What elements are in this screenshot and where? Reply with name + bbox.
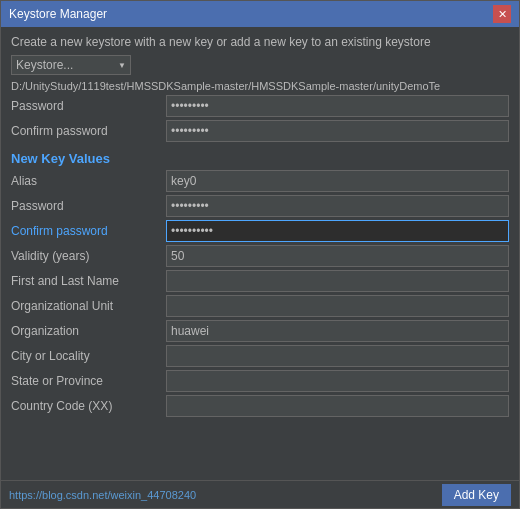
close-button[interactable]: ✕ [493, 5, 511, 23]
dialog-footer: https://blog.csdn.net/weixin_44708240 Ad… [1, 480, 519, 508]
keystore-path-row: D:/UnityStudy/1119test/HMSSDKSample-mast… [11, 80, 509, 92]
country-row: Country Code (XX) [11, 395, 509, 417]
footer-link[interactable]: https://blog.csdn.net/weixin_44708240 [9, 489, 196, 501]
name-label: First and Last Name [11, 274, 166, 288]
key-confirm-password-row: Confirm password [11, 220, 509, 242]
confirm-password-row: Confirm password [11, 120, 509, 142]
org-unit-input[interactable] [166, 295, 509, 317]
state-row: State or Province [11, 370, 509, 392]
keystore-row: Keystore... ▼ [11, 55, 509, 75]
key-password-row: Password [11, 195, 509, 217]
description-text: Create a new keystore with a new key or … [11, 35, 509, 49]
validity-label: Validity (years) [11, 249, 166, 263]
org-input[interactable] [166, 320, 509, 342]
add-key-button[interactable]: Add Key [442, 484, 511, 506]
state-label: State or Province [11, 374, 166, 388]
keystore-dropdown[interactable]: Keystore... ▼ [11, 55, 131, 75]
locality-row: City or Locality [11, 345, 509, 367]
state-input[interactable] [166, 370, 509, 392]
dialog-title: Keystore Manager [9, 7, 107, 21]
org-label: Organization [11, 324, 166, 338]
country-input[interactable] [166, 395, 509, 417]
org-unit-label: Organizational Unit [11, 299, 166, 313]
key-confirm-password-label: Confirm password [11, 224, 166, 238]
alias-input[interactable] [166, 170, 509, 192]
dialog-content: Create a new keystore with a new key or … [1, 27, 519, 480]
name-row: First and Last Name [11, 270, 509, 292]
title-bar: Keystore Manager ✕ [1, 1, 519, 27]
key-fields-container: Alias Password Confirm password Validity… [11, 170, 509, 480]
password-input[interactable] [166, 95, 509, 117]
new-key-values-header: New Key Values [11, 151, 509, 166]
locality-input[interactable] [166, 345, 509, 367]
key-password-label: Password [11, 199, 166, 213]
keystore-path: D:/UnityStudy/1119test/HMSSDKSample-mast… [11, 80, 509, 92]
confirm-password-label: Confirm password [11, 124, 166, 138]
locality-label: City or Locality [11, 349, 166, 363]
confirm-password-input[interactable] [166, 120, 509, 142]
name-input[interactable] [166, 270, 509, 292]
chevron-down-icon: ▼ [118, 61, 126, 70]
keystore-manager-dialog: Keystore Manager ✕ Create a new keystore… [0, 0, 520, 509]
validity-row: Validity (years) [11, 245, 509, 267]
key-confirm-password-input[interactable] [166, 220, 509, 242]
country-label: Country Code (XX) [11, 399, 166, 413]
alias-row: Alias [11, 170, 509, 192]
password-row: Password [11, 95, 509, 117]
password-label: Password [11, 99, 166, 113]
org-unit-row: Organizational Unit [11, 295, 509, 317]
validity-input[interactable] [166, 245, 509, 267]
keystore-dropdown-label: Keystore... [16, 58, 73, 72]
org-row: Organization [11, 320, 509, 342]
alias-label: Alias [11, 174, 166, 188]
key-password-input[interactable] [166, 195, 509, 217]
